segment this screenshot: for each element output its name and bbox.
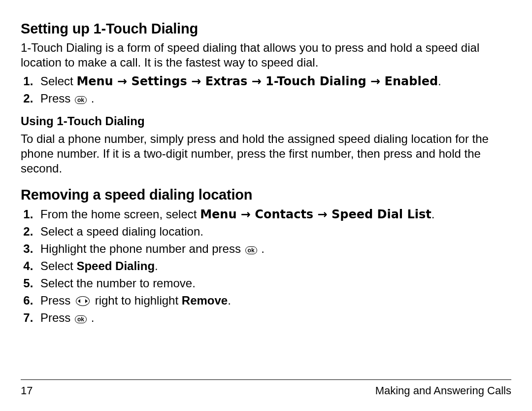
ok-icon: ok	[75, 96, 87, 104]
ok-icon: ok	[245, 246, 257, 254]
left-right-icon	[76, 296, 90, 306]
text: Highlight the phone number and press	[40, 242, 244, 255]
s2-step-6: Press right to highlight Remove.	[36, 293, 511, 308]
text: .	[258, 242, 265, 255]
text: Select	[40, 259, 76, 273]
s2-step-3: Highlight the phone number and press ok …	[36, 241, 511, 256]
text: .	[88, 92, 94, 105]
text: Press	[40, 294, 74, 307]
text: From the home screen, select	[40, 207, 200, 221]
s2-step-2: Select a speed dialing location.	[36, 224, 511, 239]
bold-label: Remove	[182, 294, 228, 307]
text: .	[432, 207, 435, 221]
bold-label: Speed Dialing	[76, 259, 155, 273]
page-footer: 17 Making and Answering Calls	[21, 379, 511, 398]
text: Press	[40, 311, 74, 324]
using-paragraph: To dial a phone number, simply press and…	[21, 132, 511, 176]
heading-setting-up: Setting up 1-Touch Dialing	[21, 20, 511, 37]
ok-icon: ok	[75, 315, 87, 323]
s2-step-5: Select the number to remove.	[36, 276, 511, 291]
text: Select	[40, 74, 76, 88]
chapter-title: Making and Answering Calls	[375, 384, 511, 398]
text: right to highlight	[92, 294, 182, 307]
page-number: 17	[21, 384, 33, 398]
intro-paragraph: 1-Touch Dialing is a form of speed diali…	[21, 40, 511, 70]
s2-step-4: Select Speed Dialing.	[36, 259, 511, 274]
menu-path: Menu → Settings → Extras → 1-Touch Diali…	[76, 74, 438, 88]
text: .	[88, 311, 94, 324]
subheading-using: Using 1-Touch Dialing	[21, 114, 511, 129]
text: .	[155, 259, 158, 273]
s1-step-2: Press ok .	[36, 91, 511, 106]
s2-step-7: Press ok .	[36, 310, 511, 325]
s1-step-1: Select Menu → Settings → Extras → 1-Touc…	[36, 74, 511, 89]
text: .	[438, 74, 441, 88]
heading-removing: Removing a speed dialing location	[21, 186, 511, 204]
menu-path: Menu → Contacts → Speed Dial List	[200, 207, 432, 221]
s2-step-1: From the home screen, select Menu → Cont…	[36, 207, 511, 222]
text: .	[228, 294, 231, 307]
text: Press	[40, 92, 74, 105]
